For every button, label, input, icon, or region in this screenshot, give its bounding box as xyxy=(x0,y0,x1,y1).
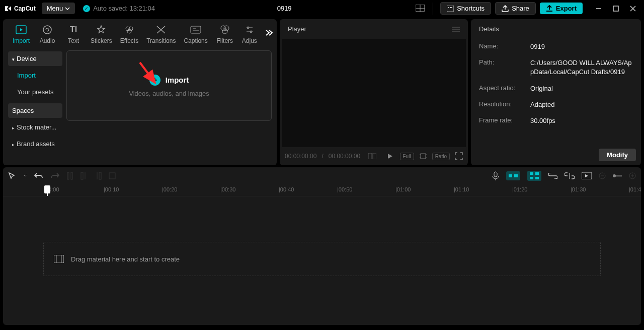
captions-icon xyxy=(190,24,201,35)
detail-label: Name: xyxy=(479,42,530,51)
selection-tool[interactable] xyxy=(8,172,16,180)
magnet-main-button[interactable] xyxy=(506,171,520,180)
svg-rect-40 xyxy=(509,174,512,177)
timeline[interactable]: 00:00|00:10|00:20|00:30|00:40|00:50|01:0… xyxy=(3,184,641,325)
sidebar-item-import[interactable]: Import xyxy=(8,68,62,83)
detail-path: Path: C:/Users/GOOD WILL ALWAYS/AppData/… xyxy=(471,55,641,80)
filters-icon xyxy=(220,24,230,35)
details-header: Details xyxy=(471,19,641,39)
svg-rect-5 xyxy=(450,7,451,8)
sidebar-label: Device xyxy=(17,55,37,62)
tab-stickers[interactable]: Stickers xyxy=(87,22,116,46)
shortcuts-button[interactable]: Shortcuts xyxy=(440,2,491,15)
crop-icon[interactable] xyxy=(419,152,427,160)
ratio-button[interactable]: Ratio xyxy=(432,153,450,160)
right-trim-tool[interactable] xyxy=(95,172,102,180)
tab-import[interactable]: Import xyxy=(8,22,34,46)
detail-value: Original xyxy=(530,84,633,93)
window-controls xyxy=(592,3,640,15)
split-tool[interactable] xyxy=(66,172,73,180)
media-body: ▾Device Import Your presets Spaces ▸Stoc… xyxy=(3,46,277,165)
sidebar-item-device[interactable]: ▾Device xyxy=(8,51,62,66)
mic-button[interactable] xyxy=(492,171,499,180)
player-viewport[interactable] xyxy=(282,39,466,147)
details-title: Details xyxy=(479,25,499,33)
import-title: Import xyxy=(166,76,189,84)
preview-button[interactable] xyxy=(582,172,592,179)
tab-label: Text xyxy=(68,37,79,44)
svg-point-18 xyxy=(221,26,226,31)
tab-adjust[interactable]: Adjus xyxy=(238,22,261,46)
timeline-drop-hint[interactable]: Drag material here and start to create xyxy=(43,242,601,276)
svg-rect-55 xyxy=(54,255,64,263)
tab-audio[interactable]: Audio xyxy=(34,22,60,46)
zoom-in-button[interactable] xyxy=(629,172,636,179)
fullscreen-icon[interactable] xyxy=(455,152,463,160)
svg-rect-43 xyxy=(535,172,539,175)
effects-icon xyxy=(124,24,134,35)
ruler-tick: |00:20 xyxy=(162,186,177,192)
share-label: Share xyxy=(512,5,529,12)
svg-rect-34 xyxy=(81,172,83,179)
sidebar-label: Brand assets xyxy=(17,140,55,148)
magnet-track-button[interactable] xyxy=(527,171,541,181)
tab-text[interactable]: TI Text xyxy=(60,22,87,46)
modify-button[interactable]: Modify xyxy=(599,149,636,161)
svg-rect-29 xyxy=(368,153,372,159)
ruler-tick: |01:4 xyxy=(629,186,641,192)
sidebar-label: Stock mater... xyxy=(17,123,56,131)
player-title: Player xyxy=(288,25,306,33)
maximize-button[interactable] xyxy=(609,3,623,15)
compare-icon[interactable] xyxy=(368,153,376,159)
detail-framerate: Frame rate: 30.00fps xyxy=(471,113,641,129)
ruler-tick: |00:30 xyxy=(220,186,235,192)
left-trim-tool[interactable] xyxy=(80,172,88,180)
import-dropzone[interactable]: + Import Videos, audios, and images xyxy=(66,50,272,121)
close-button[interactable] xyxy=(626,3,640,15)
full-button[interactable]: Full xyxy=(400,153,414,160)
autosave-label: Auto saved: 13:21:04 xyxy=(93,5,155,12)
menu-button[interactable]: Menu xyxy=(42,3,75,14)
zoom-slider[interactable] xyxy=(613,174,622,177)
tab-transitions[interactable]: Transitions xyxy=(142,22,180,46)
media-icon xyxy=(54,255,64,263)
sidebar-item-brand[interactable]: ▸Brand assets xyxy=(8,137,62,151)
stickers-icon xyxy=(96,24,106,35)
minimize-button[interactable] xyxy=(592,3,606,15)
svg-rect-30 xyxy=(373,153,376,159)
play-icon[interactable] xyxy=(386,153,393,160)
adjust-icon xyxy=(245,24,254,35)
delete-tool[interactable] xyxy=(109,172,116,179)
unlink-button[interactable] xyxy=(565,172,575,179)
undo-button[interactable] xyxy=(34,172,43,180)
link-button[interactable] xyxy=(548,173,557,179)
time-current: 00:00:00:00 xyxy=(285,153,316,160)
keyboard-icon xyxy=(447,6,454,12)
timeline-ruler[interactable]: 00:00|00:10|00:20|00:30|00:40|00:50|01:0… xyxy=(3,184,641,196)
player-header: Player xyxy=(280,19,468,39)
selection-dropdown[interactable] xyxy=(23,174,27,178)
layout-button[interactable] xyxy=(414,3,433,15)
chevron-down-icon xyxy=(65,6,70,11)
svg-point-51 xyxy=(613,174,616,177)
redo-button[interactable] xyxy=(50,172,59,180)
tab-label: Adjus xyxy=(242,37,257,44)
sidebar-item-stock[interactable]: ▸Stock mater... xyxy=(8,120,62,135)
capcut-icon xyxy=(4,5,12,13)
timeline-toolbar xyxy=(3,167,641,184)
tab-captions[interactable]: Captions xyxy=(180,22,211,46)
sidebar-item-spaces[interactable]: Spaces xyxy=(8,103,62,118)
tab-effects[interactable]: Effects xyxy=(116,22,142,46)
tab-filters[interactable]: Filters xyxy=(212,22,238,46)
playhead[interactable] xyxy=(44,185,50,193)
media-panel: Import Audio TI Text Stickers Effects Tr… xyxy=(3,19,277,165)
sidebar-item-presets[interactable]: Your presets xyxy=(8,85,62,99)
project-title: 0919 xyxy=(155,5,414,12)
tabs-more-button[interactable] xyxy=(264,29,273,36)
zoom-out-button[interactable] xyxy=(599,172,606,179)
export-button[interactable]: Export xyxy=(540,3,583,14)
share-button[interactable]: Share xyxy=(495,2,536,15)
svg-point-10 xyxy=(43,26,51,34)
player-menu-icon[interactable] xyxy=(452,26,460,32)
track-area[interactable]: Drag material here and start to create xyxy=(3,196,641,276)
